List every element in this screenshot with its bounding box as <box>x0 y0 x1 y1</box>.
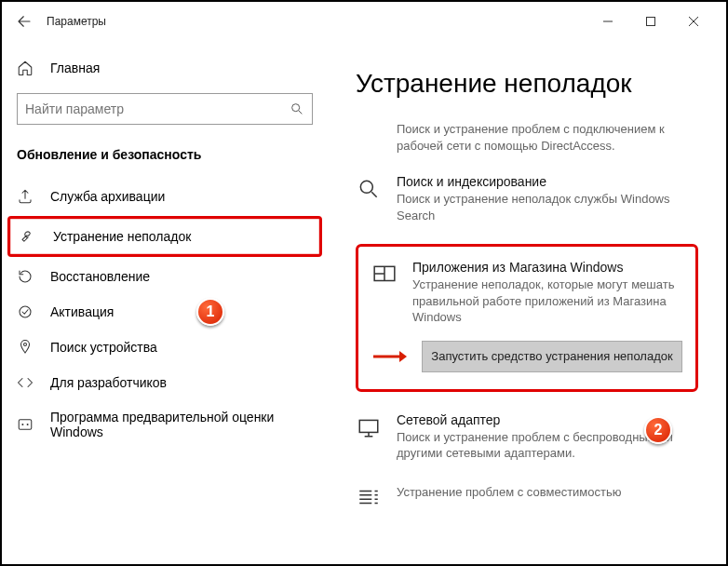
svg-point-6 <box>27 424 29 425</box>
tb-item-search[interactable]: Поиск и индексирование Поиск и устранени… <box>356 174 698 223</box>
sidebar-item-label: Для разработчиков <box>50 375 167 390</box>
callout-badge-1: 1 <box>196 298 224 326</box>
nav-list: Служба архивации Устранение неполадок Во… <box>2 179 328 449</box>
callout-arrow-icon <box>371 349 412 364</box>
tb-title: Поиск и индексирование <box>397 174 698 189</box>
sidebar-item-label: Программа предварительной оценки Windows <box>50 410 313 439</box>
tb-item-compatibility[interactable]: Устранение проблем с совместимостью <box>356 482 698 510</box>
home-nav[interactable]: Главная <box>2 50 328 86</box>
tb-item-directaccess[interactable]: Поиск и устранение проблем с подключение… <box>356 119 698 154</box>
search-input[interactable] <box>25 101 290 116</box>
window-controls <box>586 2 715 41</box>
search-icon <box>290 101 304 116</box>
tb-desc: Устранение неполадок, которые могут меша… <box>412 276 682 326</box>
tb-desc: Поиск и устранение проблем с подключение… <box>397 121 698 154</box>
sidebar-item-label: Активация <box>50 304 114 319</box>
svg-rect-0 <box>647 18 655 26</box>
search-box[interactable] <box>17 93 313 125</box>
run-troubleshooter-button[interactable]: Запустить средство устранения неполадок <box>422 341 682 372</box>
tb-desc: Поиск и устранение неполадок службы Wind… <box>397 191 698 223</box>
find-device-icon <box>17 339 34 356</box>
sidebar: Главная Обновление и безопасность Служба… <box>2 41 328 564</box>
compatibility-icon <box>356 484 382 510</box>
run-button-label: Запустить средство устранения неполадок <box>431 349 672 363</box>
back-button[interactable] <box>13 10 35 33</box>
tb-desc: Устранение проблем с совместимостью <box>397 484 698 501</box>
titlebar: Параметры <box>2 2 726 41</box>
run-row: Запустить средство устранения неполадок <box>371 341 682 372</box>
sidebar-item-find-device[interactable]: Поиск устройства <box>2 330 328 365</box>
sidebar-item-backup[interactable]: Служба архивации <box>2 179 328 214</box>
svg-rect-4 <box>19 420 32 430</box>
sidebar-item-label: Поиск устройства <box>50 340 157 355</box>
sidebar-item-label: Восстановление <box>50 269 150 284</box>
tb-title: Приложения из Магазина Windows <box>412 260 682 275</box>
store-apps-icon <box>371 262 398 288</box>
callout-badge-2: 2 <box>644 416 672 444</box>
svg-point-1 <box>292 104 300 112</box>
troubleshoot-icon <box>20 228 36 245</box>
tb-item-store-apps[interactable]: Приложения из Магазина Windows Устранени… <box>371 260 682 326</box>
home-icon <box>17 60 34 76</box>
sidebar-item-label: Служба архивации <box>50 189 165 204</box>
sidebar-item-recovery[interactable]: Восстановление <box>2 259 328 294</box>
svg-point-5 <box>21 424 23 425</box>
search-indexing-icon <box>356 176 382 202</box>
page-title: Устранение неполадок <box>356 69 698 99</box>
sidebar-item-developers[interactable]: Для разработчиков <box>2 365 328 400</box>
network-adapter-icon <box>356 414 382 440</box>
minimize-button[interactable] <box>586 2 629 41</box>
sidebar-item-troubleshoot[interactable]: Устранение неполадок <box>7 216 322 257</box>
section-header: Обновление и безопасность <box>2 138 328 179</box>
svg-point-2 <box>20 306 31 317</box>
troubleshoot-list: Поиск и устранение проблем с подключение… <box>356 119 698 510</box>
maximize-button[interactable] <box>629 2 672 41</box>
search-wrap <box>2 86 328 138</box>
backup-icon <box>17 188 34 205</box>
svg-point-7 <box>360 181 372 193</box>
highlight-store-apps: Приложения из Магазина Windows Устранени… <box>356 244 698 392</box>
recovery-icon <box>17 268 34 285</box>
settings-window: Параметры Главная <box>0 0 728 566</box>
activation-icon <box>17 303 34 320</box>
close-button[interactable] <box>672 2 715 41</box>
insider-icon <box>17 416 34 433</box>
sidebar-item-label: Устранение неполадок <box>53 229 191 244</box>
sidebar-item-activation[interactable]: Активация <box>2 294 328 330</box>
developers-icon <box>17 374 34 391</box>
content: Главная Обновление и безопасность Служба… <box>2 41 726 564</box>
main-panel: Устранение неполадок Поиск и устранение … <box>328 41 726 564</box>
svg-point-3 <box>24 344 27 346</box>
home-label: Главная <box>50 61 100 75</box>
app-title: Параметры <box>47 15 106 28</box>
svg-rect-9 <box>359 420 378 432</box>
sidebar-item-insider[interactable]: Программа предварительной оценки Windows <box>2 400 328 449</box>
